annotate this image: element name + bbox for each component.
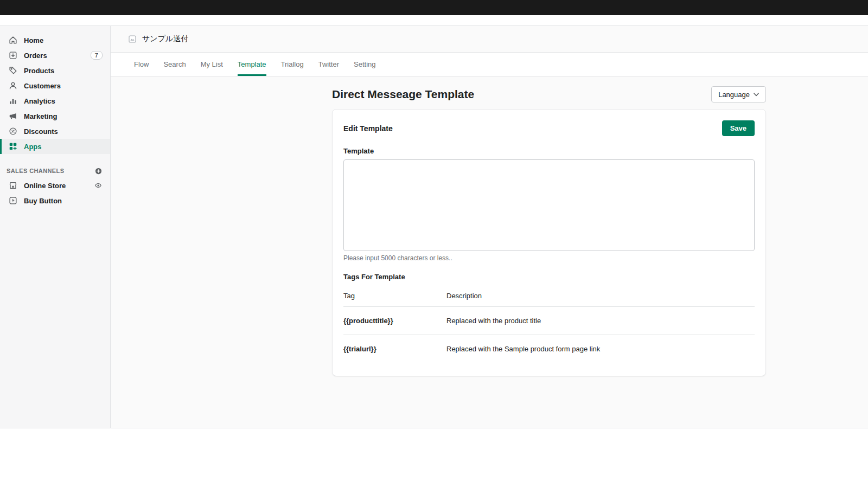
discount-icon xyxy=(8,126,18,137)
table-row: {{trialurl}} Replaced with the Sample pr… xyxy=(343,335,755,365)
template-field-label: Template xyxy=(343,147,755,155)
table-row: {{producttitle}} Replaced with the produ… xyxy=(343,307,755,335)
table-header-row: Tag Description xyxy=(343,286,755,307)
sidebar-item-home[interactable]: Home xyxy=(0,33,110,48)
main-area: サンプル送付 Flow Search My List Template Tria… xyxy=(111,26,868,428)
orders-icon xyxy=(8,50,18,61)
buy-button-icon xyxy=(8,195,18,206)
tab-triallog[interactable]: Triallog xyxy=(281,53,304,76)
bar-chart-icon xyxy=(8,95,18,106)
language-dropdown[interactable]: Language xyxy=(711,86,766,102)
sidebar-item-customers[interactable]: Customers xyxy=(0,78,110,93)
sidebar-item-apps[interactable]: Apps xyxy=(0,139,110,154)
sidebar-item-buy-button[interactable]: Buy Button xyxy=(0,193,110,208)
sidebar-item-label: Orders xyxy=(24,52,47,60)
tags-for-template-heading: Tags For Template xyxy=(343,273,755,281)
app-title: サンプル送付 xyxy=(142,34,188,44)
sidebar-item-label: Apps xyxy=(24,143,42,151)
tab-flow[interactable]: Flow xyxy=(134,53,149,76)
app-header: サンプル送付 xyxy=(111,26,868,53)
sidebar-item-orders[interactable]: Orders 7 xyxy=(0,48,110,63)
content-area: Direct Messeage Template Language Edit T… xyxy=(111,76,868,428)
card-heading: Edit Template xyxy=(343,124,393,133)
apps-grid-icon xyxy=(8,141,18,152)
app-frame: Home Orders 7 Products Customers A xyxy=(0,25,868,428)
sidebar-item-marketing[interactable]: Marketing xyxy=(0,108,110,124)
sidebar: Home Orders 7 Products Customers A xyxy=(0,26,111,428)
sidebar-item-products[interactable]: Products xyxy=(0,63,110,78)
eye-icon[interactable] xyxy=(94,181,103,190)
sidebar-item-online-store[interactable]: Online Store xyxy=(0,178,110,193)
megaphone-icon xyxy=(8,111,18,121)
tab-search[interactable]: Search xyxy=(163,53,186,76)
sidebar-item-label: Discounts xyxy=(24,127,58,136)
character-limit-helper: Please input 5000 characters or less.. xyxy=(343,254,755,262)
tab-template[interactable]: Template xyxy=(238,53,266,76)
sidebar-item-label: Online Store xyxy=(24,182,66,190)
tab-my-list[interactable]: My List xyxy=(201,53,223,76)
chevron-down-icon xyxy=(754,93,759,97)
page-title: Direct Messeage Template xyxy=(332,88,474,101)
sidebar-item-label: Buy Button xyxy=(24,197,62,205)
tab-setting[interactable]: Setting xyxy=(354,53,375,76)
storefront-icon xyxy=(8,180,18,191)
tag-cell: {{trialurl}} xyxy=(343,335,446,365)
column-header-tag: Tag xyxy=(343,286,446,307)
sidebar-item-label: Home xyxy=(24,36,43,44)
add-sales-channel-button[interactable] xyxy=(94,167,103,175)
edit-template-card: Edit Template Save Template Please input… xyxy=(332,109,766,376)
tag-cell: {{producttitle}} xyxy=(343,307,446,335)
app-icon xyxy=(128,35,137,43)
description-cell: Replaced with the Sample product form pa… xyxy=(446,335,755,365)
sales-channels-heading: SALES CHANNELS xyxy=(0,164,110,178)
tags-table: Tag Description {{producttitle}} Replace… xyxy=(343,286,755,365)
person-icon xyxy=(8,80,18,91)
description-cell: Replaced with the product title xyxy=(446,307,755,335)
sidebar-item-label: Marketing xyxy=(24,112,57,120)
home-icon xyxy=(8,35,18,46)
sidebar-item-label: Analytics xyxy=(24,97,55,105)
tag-icon xyxy=(8,65,18,76)
template-textarea[interactable] xyxy=(343,159,755,251)
sidebar-item-label: Products xyxy=(24,67,54,75)
sidebar-item-label: Customers xyxy=(24,82,61,90)
orders-count-badge: 7 xyxy=(91,51,103,60)
column-header-description: Description xyxy=(446,286,755,307)
sidebar-item-analytics[interactable]: Analytics xyxy=(0,93,110,108)
tab-twitter[interactable]: Twitter xyxy=(318,53,339,76)
sidebar-item-discounts[interactable]: Discounts xyxy=(0,124,110,139)
tab-bar: Flow Search My List Template Triallog Tw… xyxy=(111,53,868,76)
top-black-bar xyxy=(0,0,868,15)
save-button[interactable]: Save xyxy=(722,120,755,136)
